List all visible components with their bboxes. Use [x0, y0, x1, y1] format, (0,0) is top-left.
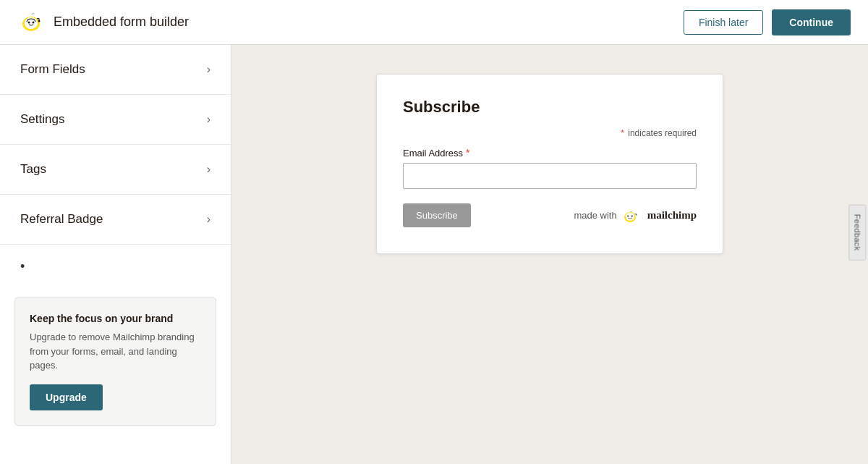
form-preview-card: Subscribe * indicates required Email Add… [376, 74, 723, 254]
mailchimp-brand-logo: mailchimp [621, 207, 697, 224]
header-actions: Finish later Continue [684, 9, 851, 35]
svg-point-4 [33, 21, 35, 23]
header-left: Embedded form builder [17, 9, 189, 36]
email-field-label: Email Address * [403, 147, 697, 159]
chevron-right-icon: › [207, 163, 210, 176]
subscribe-button[interactable]: Subscribe [403, 203, 471, 227]
sidebar-item-settings[interactable]: Settings › [0, 95, 231, 145]
app-header: Embedded form builder Finish later Conti… [0, 0, 868, 45]
made-with-text: made with [574, 210, 616, 221]
sidebar-bullet: • [0, 245, 231, 289]
upgrade-card: Keep the focus on your brand Upgrade to … [14, 298, 216, 426]
sidebar: Form Fields › Settings › Tags › Referral… [0, 45, 231, 464]
upgrade-card-description: Upgrade to remove Mailchimp branding fro… [30, 330, 201, 373]
chevron-right-icon: › [207, 213, 210, 226]
sidebar-item-tags[interactable]: Tags › [0, 145, 231, 195]
sidebar-item-settings-label: Settings [20, 112, 64, 127]
form-preview-title: Subscribe [403, 98, 697, 117]
required-note: * indicates required [403, 128, 697, 138]
sidebar-item-tags-label: Tags [20, 162, 46, 177]
svg-point-8 [627, 215, 629, 216]
sidebar-item-referral-badge-label: Referral Badge [20, 212, 103, 227]
svg-point-9 [631, 215, 632, 216]
sidebar-item-form-fields-label: Form Fields [20, 62, 85, 77]
main-content: Subscribe * indicates required Email Add… [231, 45, 868, 464]
chevron-right-icon: › [207, 63, 210, 76]
chevron-right-icon: › [207, 113, 210, 126]
form-footer: Subscribe made with [403, 203, 697, 227]
svg-point-5 [38, 20, 41, 22]
mailchimp-wordmark: mailchimp [647, 209, 697, 222]
svg-point-10 [635, 214, 637, 216]
sidebar-item-form-fields[interactable]: Form Fields › [0, 45, 231, 95]
sidebar-item-referral-badge[interactable]: Referral Badge › [0, 195, 231, 245]
svg-point-7 [626, 212, 634, 220]
svg-point-3 [28, 21, 30, 23]
made-with-mailchimp: made with mailchim [574, 207, 697, 224]
email-input[interactable] [403, 163, 697, 189]
app-title: Embedded form builder [54, 14, 189, 30]
email-label-text: Email Address [403, 148, 463, 159]
required-note-text: indicates required [628, 128, 697, 138]
mailchimp-monkey-icon [621, 207, 644, 224]
finish-later-button[interactable]: Finish later [684, 10, 763, 35]
email-required-asterisk: * [466, 147, 469, 159]
upgrade-card-title: Keep the focus on your brand [30, 313, 201, 324]
continue-button[interactable]: Continue [772, 9, 851, 35]
feedback-tab[interactable]: Feedback [849, 204, 867, 260]
mailchimp-logo-icon [17, 9, 45, 36]
upgrade-button[interactable]: Upgrade [30, 384, 103, 410]
main-layout: Form Fields › Settings › Tags › Referral… [0, 45, 868, 464]
required-asterisk: * [621, 128, 624, 138]
